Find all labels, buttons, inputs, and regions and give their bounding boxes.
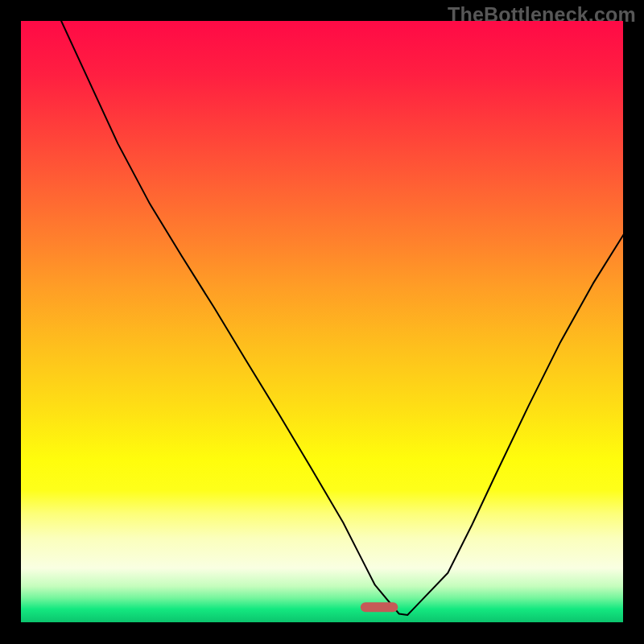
optimum-marker: [361, 602, 398, 612]
gradient-background: [21, 21, 623, 622]
plot-area: [21, 21, 623, 622]
plot-svg: [21, 21, 623, 622]
chart-frame: TheBottleneck.com: [0, 0, 644, 644]
